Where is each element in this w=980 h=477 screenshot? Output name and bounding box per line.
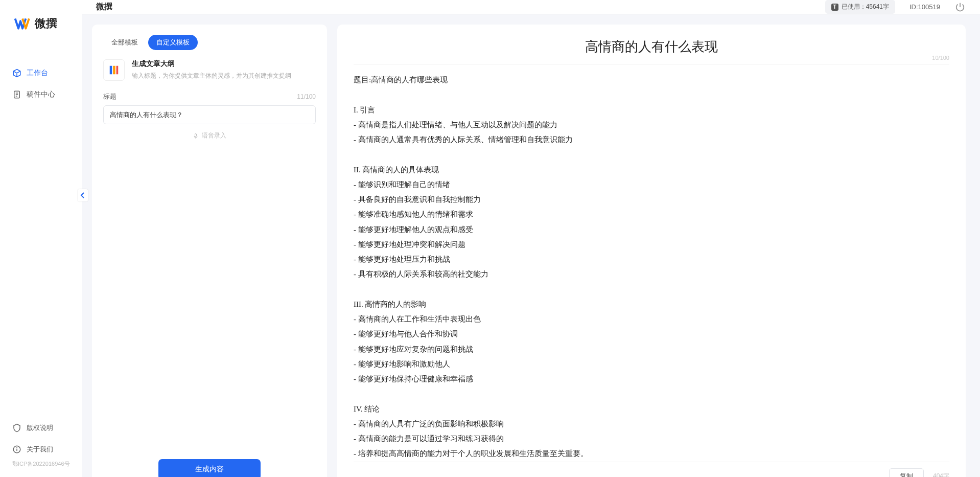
brand-logo-icon — [14, 15, 31, 32]
title-input[interactable] — [103, 105, 316, 124]
user-id: ID:100519 — [909, 3, 940, 11]
sidebar-item-label: 稿件中心 — [27, 90, 55, 99]
sidebar-item-copyright[interactable]: 版权说明 — [0, 417, 82, 439]
icp-text: 鄂ICP备2022016946号 — [0, 460, 82, 472]
svg-rect-9 — [116, 66, 119, 75]
sidebar-footer: 版权说明 关于我们 鄂ICP备2022016946号 — [0, 417, 82, 477]
power-button[interactable] — [954, 2, 966, 13]
sidebar-item-label: 工作台 — [27, 69, 48, 78]
sidebar-nav: 工作台 稿件中心 — [0, 52, 82, 417]
template-thumb-icon — [103, 59, 125, 81]
brand-logo[interactable]: 微撰 — [0, 0, 82, 52]
mic-icon — [193, 132, 199, 140]
text-icon: T — [831, 4, 838, 11]
main-area: 微撰 T 已使用：45641字 ID:100519 全部模板 自定义模板 — [82, 0, 980, 477]
usage-pill[interactable]: T 已使用：45641字 — [825, 0, 895, 14]
voice-hint: 语音录入 — [202, 131, 226, 140]
usage-text: 已使用：45641字 — [842, 3, 889, 11]
generate-button[interactable]: 生成内容 — [158, 459, 261, 478]
output-panel: 高情商的人有什么表现 10/100 题目:高情商的人有哪些表现 I. 引言 - … — [337, 25, 966, 477]
chevron-left-icon — [80, 192, 85, 198]
topbar-right: T 已使用：45641字 ID:100519 — [825, 0, 966, 14]
sidebar-item-workbench[interactable]: 工作台 — [0, 62, 82, 84]
topbar: 微撰 T 已使用：45641字 ID:100519 — [82, 0, 980, 14]
word-count: 404字 — [933, 472, 949, 477]
sidebar-item-label: 版权说明 — [27, 423, 53, 433]
sidebar: 微撰 工作台 稿件中心 版权说明 — [0, 0, 82, 477]
page-title: 微撰 — [96, 2, 112, 12]
template-tabs: 全部模板 自定义模板 — [103, 35, 316, 50]
shield-icon — [12, 423, 21, 433]
app-root: 微撰 工作台 稿件中心 版权说明 — [0, 0, 980, 477]
svg-rect-8 — [113, 66, 115, 75]
config-panel: 全部模板 自定义模板 生成文章大纲 输入标题，为你提供文章主体的灵感，并为其创建… — [92, 25, 327, 477]
svg-rect-10 — [195, 133, 197, 137]
sidebar-collapse-handle[interactable] — [78, 189, 88, 201]
workspace: 全部模板 自定义模板 生成文章大纲 输入标题，为你提供文章主体的灵感，并为其创建… — [82, 14, 980, 477]
doc-title-counter: 10/100 — [932, 55, 949, 61]
brand-name: 微撰 — [35, 16, 57, 31]
template-card[interactable]: 生成文章大纲 输入标题，为你提供文章主体的灵感，并为其创建推文提纲 — [103, 59, 316, 81]
info-icon — [12, 445, 21, 454]
tab-all-templates[interactable]: 全部模板 — [103, 35, 146, 50]
cube-icon — [12, 69, 21, 78]
title-label: 标题 — [103, 92, 116, 101]
power-icon — [954, 2, 966, 13]
title-counter: 11/100 — [297, 93, 316, 100]
doc-title-row: 高情商的人有什么表现 10/100 — [354, 38, 949, 64]
doc-icon — [12, 90, 21, 99]
svg-rect-7 — [110, 66, 112, 75]
title-field-header: 标题 11/100 — [103, 92, 316, 101]
template-name: 生成文章大纲 — [132, 59, 291, 69]
voice-input-row[interactable]: 语音录入 — [103, 131, 316, 140]
sidebar-item-label: 关于我们 — [27, 445, 53, 454]
copy-button[interactable]: 复制 — [889, 468, 924, 478]
template-desc: 输入标题，为你提供文章主体的灵感，并为其创建推文提纲 — [132, 72, 291, 80]
sidebar-item-about[interactable]: 关于我们 — [0, 439, 82, 460]
doc-footer: 复制 404字 — [354, 462, 949, 478]
doc-title[interactable]: 高情商的人有什么表现 — [354, 38, 949, 56]
sidebar-item-drafts[interactable]: 稿件中心 — [0, 84, 82, 105]
tab-custom-template[interactable]: 自定义模板 — [148, 35, 198, 50]
svg-point-6 — [17, 448, 17, 448]
doc-body[interactable]: 题目:高情商的人有哪些表现 I. 引言 - 高情商是指人们处理情绪、与他人互动以… — [354, 73, 949, 462]
template-meta: 生成文章大纲 输入标题，为你提供文章主体的灵感，并为其创建推文提纲 — [132, 59, 291, 81]
